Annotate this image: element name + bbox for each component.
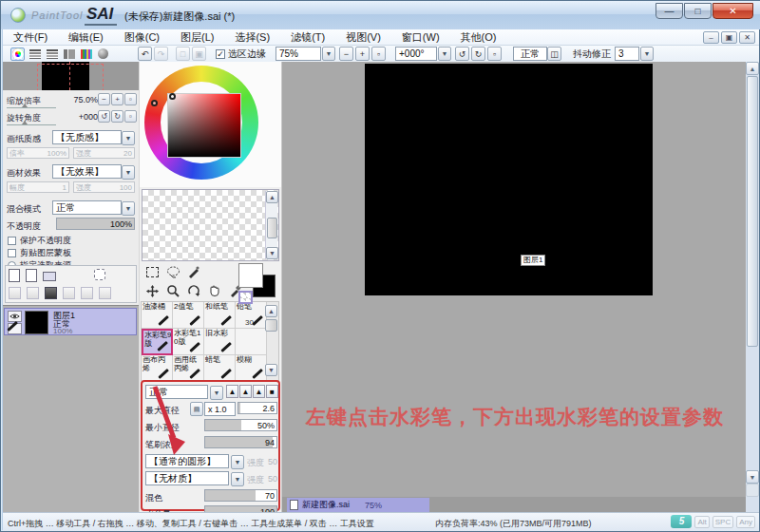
layer-mask-icon[interactable] bbox=[94, 269, 105, 280]
nav-rotate-reset-button[interactable]: ▫ bbox=[124, 110, 137, 123]
edge-shape-4-button[interactable]: ■ bbox=[266, 385, 278, 398]
min-diameter-slider[interactable]: 50% bbox=[204, 419, 277, 431]
zoom-dropdown-button[interactable]: ▼ bbox=[322, 47, 335, 61]
brush-watercolor-10[interactable]: 水彩笔10版 bbox=[173, 329, 204, 355]
transparent-color-swatch[interactable] bbox=[238, 291, 253, 304]
angle-combo[interactable]: +000° bbox=[395, 47, 437, 61]
navigator-preview[interactable] bbox=[3, 62, 139, 90]
document-canvas[interactable] bbox=[365, 64, 653, 295]
close-button[interactable]: ✕ bbox=[712, 3, 753, 19]
rect-select-tool[interactable] bbox=[143, 263, 161, 280]
zoom-in-button[interactable]: + bbox=[355, 47, 370, 61]
copy-layer-icon[interactable] bbox=[81, 287, 93, 299]
deselect-button[interactable]: □ bbox=[176, 47, 190, 61]
brush-crayon[interactable]: 蜡笔 bbox=[204, 355, 236, 382]
brush-scroll-up-icon[interactable]: ▲ bbox=[265, 305, 277, 317]
mdi-close-button[interactable]: ✕ bbox=[739, 31, 755, 44]
scratchpad-panel-button[interactable] bbox=[96, 48, 110, 61]
brush-blur[interactable]: 模糊 bbox=[236, 355, 267, 382]
flip-view-button[interactable]: ◫ bbox=[547, 47, 561, 61]
edge-shape-2-button[interactable]: ▲ bbox=[239, 385, 252, 398]
rgb-slider-panel-button[interactable] bbox=[28, 48, 42, 61]
delete-layer-icon[interactable] bbox=[63, 287, 75, 299]
paint-mode-dropdown-button[interactable]: ▼ bbox=[210, 386, 223, 400]
brush-binary-pen[interactable]: 2值笔 bbox=[173, 302, 204, 329]
color-wheel-panel-button[interactable] bbox=[10, 48, 25, 61]
brush-old-watercolor[interactable]: 旧水彩 bbox=[204, 329, 236, 355]
zoom-combo[interactable]: 75% bbox=[276, 47, 321, 61]
brush-paper-acrylic[interactable]: 画用纸丙烯 bbox=[173, 355, 204, 382]
rotate-reset-button[interactable]: ▫ bbox=[487, 47, 502, 61]
transfer-down-icon[interactable] bbox=[9, 287, 21, 299]
brush-texture-combo[interactable]: 【无材质】 bbox=[145, 471, 229, 485]
diameter-unit-button[interactable]: ▤ bbox=[190, 402, 203, 416]
material-effect-combo[interactable]: 【无效果】 bbox=[52, 164, 122, 179]
brush-pencil[interactable]: 铅笔 30 bbox=[236, 302, 267, 329]
menu-filter[interactable]: 滤镜(T) bbox=[280, 29, 335, 45]
move-tool[interactable] bbox=[143, 282, 161, 299]
clipping-mask-option[interactable]: 剪贴图层蒙板 bbox=[8, 247, 71, 258]
clear-layer-icon[interactable] bbox=[45, 287, 57, 299]
document-tab[interactable]: 新建图像.sai 75% bbox=[287, 498, 429, 512]
paper-texture-dropdown-button[interactable]: ▼ bbox=[122, 131, 135, 145]
select-pen-tool[interactable] bbox=[185, 263, 202, 280]
nav-zoom-reset-button[interactable]: ▫ bbox=[124, 93, 137, 105]
brush-bucket[interactable]: 油漆桶 bbox=[142, 302, 173, 329]
angle-slider-thumb[interactable] bbox=[22, 121, 28, 124]
lasso-tool[interactable] bbox=[164, 263, 181, 280]
swatches-panel-button[interactable] bbox=[79, 48, 93, 61]
menu-others[interactable]: 其他(O) bbox=[450, 29, 507, 45]
brush-washi-pen[interactable]: 和纸笔 bbox=[204, 302, 236, 329]
menu-select[interactable]: 选择(S) bbox=[224, 29, 280, 45]
brush-canvas-acrylic[interactable]: 画布丙烯 bbox=[142, 355, 173, 382]
hand-tool[interactable] bbox=[206, 282, 223, 299]
edge-shape-3-button[interactable]: ▲ bbox=[253, 385, 265, 398]
brush-shape-combo[interactable]: 【通常的圆形】 bbox=[145, 454, 229, 468]
menu-edit[interactable]: 编辑(E) bbox=[58, 29, 114, 45]
new-layer-set-icon[interactable] bbox=[43, 272, 56, 281]
stabilizer-dropdown-button[interactable]: ▼ bbox=[640, 47, 654, 61]
layer-row-selected[interactable]: 图层1 正常 100% bbox=[4, 308, 137, 335]
mdi-restore-button[interactable]: ▣ bbox=[721, 31, 737, 44]
paint-mode-combo[interactable]: 正常 bbox=[145, 385, 208, 399]
canvas-vertical-scrollbar[interactable]: ▲ ▼ bbox=[746, 62, 759, 512]
maximize-button[interactable]: □ bbox=[684, 3, 712, 19]
new-layer-icon[interactable] bbox=[9, 269, 20, 282]
paste-layer-icon[interactable] bbox=[99, 287, 111, 299]
undo-button[interactable]: ↶ bbox=[138, 47, 152, 61]
menu-file[interactable]: 文件(F) bbox=[3, 29, 58, 45]
zoom-slider-thumb[interactable] bbox=[22, 104, 28, 107]
canvas-workspace[interactable]: 图层1 左键点击水彩笔，下方出现水彩笔的设置参数 新建图像.sai 75% bbox=[281, 62, 746, 512]
rotate-ccw-button[interactable]: ↺ bbox=[455, 47, 469, 61]
color-mixer-panel-button[interactable] bbox=[62, 48, 76, 61]
stabilizer-combo[interactable]: 3 bbox=[615, 47, 639, 61]
zoom-out-button[interactable]: − bbox=[339, 47, 353, 61]
nav-rotate-ccw-button[interactable]: ↺ bbox=[98, 110, 110, 123]
max-diameter-slider[interactable]: 2.6 bbox=[238, 402, 277, 414]
blend-mode-combo[interactable]: 正常 bbox=[52, 200, 122, 215]
hue-marker[interactable] bbox=[151, 100, 158, 106]
menu-view[interactable]: 视图(V) bbox=[335, 29, 391, 45]
color-blend-slider[interactable]: 70 bbox=[204, 489, 277, 502]
angle-dropdown-button[interactable]: ▼ bbox=[438, 47, 451, 61]
scroll-up-icon[interactable]: ▲ bbox=[746, 62, 759, 75]
brush-density-slider[interactable]: 94 bbox=[204, 436, 277, 448]
new-lineart-layer-icon[interactable] bbox=[26, 269, 37, 282]
nav-zoom-out-button[interactable]: − bbox=[98, 93, 110, 105]
paper-texture-combo[interactable]: 【无质感】 bbox=[52, 130, 122, 144]
foreground-color-swatch[interactable] bbox=[238, 263, 263, 288]
sv-marker[interactable] bbox=[169, 93, 176, 100]
menu-window[interactable]: 窗口(W) bbox=[391, 29, 450, 45]
scratchpad-scroll-up-icon[interactable]: ▲ bbox=[266, 191, 278, 203]
nav-zoom-in-button[interactable]: + bbox=[111, 93, 124, 105]
material-effect-dropdown-button[interactable]: ▼ bbox=[122, 165, 135, 180]
brush-scroll-thumb[interactable] bbox=[265, 319, 277, 332]
nav-rotate-cw-button[interactable]: ↻ bbox=[111, 110, 124, 123]
scroll-thumb[interactable] bbox=[747, 76, 758, 347]
menu-canvas[interactable]: 图像(C) bbox=[114, 29, 170, 45]
selection-edge-checkbox[interactable]: ✓ bbox=[216, 49, 225, 59]
zoom-reset-button[interactable]: ▫ bbox=[371, 47, 386, 61]
rotate-cw-button[interactable]: ↻ bbox=[471, 47, 485, 61]
menu-layer[interactable]: 图层(L) bbox=[170, 29, 224, 45]
minimize-button[interactable]: — bbox=[656, 3, 683, 19]
